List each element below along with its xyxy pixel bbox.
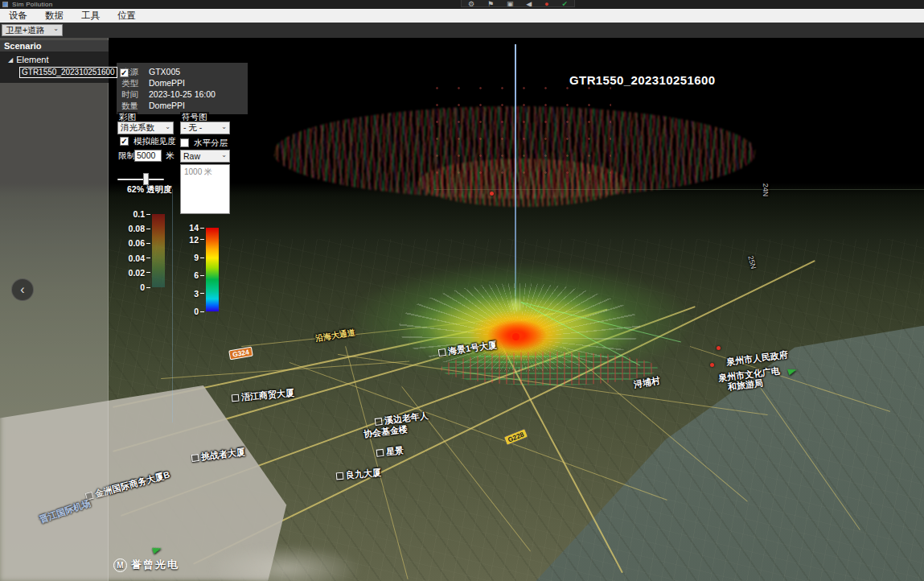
map-label-road: 沿海大通道 bbox=[315, 332, 355, 340]
speaker-icon[interactable]: ◀ bbox=[526, 0, 532, 7]
limit-input[interactable]: 5000 bbox=[134, 150, 162, 162]
app-window: GTR1550_202310251600 海景1号大厦泉州市人民政府泉州市文化广… bbox=[0, 0, 924, 581]
map-type-value: 卫星+道路 bbox=[6, 25, 44, 36]
symbol-value: - 无 - bbox=[183, 122, 202, 134]
graticule-line bbox=[172, 189, 173, 422]
scenario-tree: ◢ Element GTR1550_202310251600 ✓ bbox=[0, 52, 109, 83]
brand-logo: M 誉曾光电 bbox=[113, 558, 179, 572]
colormap-value: 消光系数 bbox=[121, 122, 154, 134]
map-type-select[interactable]: 卫星+道路 ⌄ bbox=[2, 24, 63, 36]
menu-item-3[interactable]: 工具 bbox=[72, 10, 109, 22]
map-toolbar: 卫星+道路 ⌄ bbox=[0, 23, 924, 38]
raw-dropdown[interactable]: Raw ⌄ bbox=[180, 150, 230, 163]
flag-icon[interactable]: ⚑ bbox=[487, 0, 494, 7]
opacity-label: 62% 透明度 bbox=[127, 184, 171, 196]
info-value: DomePPI bbox=[149, 77, 185, 89]
scenario-header: Scenario bbox=[0, 40, 109, 52]
colorbar-tick: 0.08 bbox=[129, 224, 150, 233]
cloud-haze-small bbox=[209, 545, 362, 581]
element-visibility-checkbox[interactable]: ✓ bbox=[120, 68, 129, 77]
scenario-panel: Scenario ◢ Element GTR1550_202310251600 … bbox=[0, 40, 109, 83]
colorbar-tick: 0.04 bbox=[129, 253, 150, 263]
colorbar-extinction: 0.10.080.060.040.020 bbox=[152, 214, 165, 287]
gear-icon[interactable]: ⚙ bbox=[468, 0, 474, 7]
poi-red-dot bbox=[717, 346, 721, 350]
app-icon bbox=[2, 2, 8, 7]
poi-red-dot bbox=[490, 192, 494, 196]
horizontal-layer-checkbox[interactable] bbox=[180, 138, 189, 147]
info-row: 来源GTX005 bbox=[121, 66, 243, 77]
menu-item-2[interactable]: 数据 bbox=[36, 10, 72, 22]
layer-listbox[interactable]: 1000 米 bbox=[180, 164, 230, 214]
symbol-dropdown[interactable]: - 无 - ⌄ bbox=[180, 122, 230, 134]
info-value: 2023-10-25 16:00 bbox=[149, 89, 216, 100]
opacity-slider-handle[interactable] bbox=[143, 173, 149, 185]
info-label: 时间 bbox=[121, 89, 142, 100]
chevron-down-icon: ⌄ bbox=[165, 123, 170, 130]
limit-unit: 米 bbox=[164, 150, 176, 161]
brand-logo-icon: M bbox=[113, 558, 127, 572]
colorbar-tick: 12 bbox=[189, 235, 204, 245]
map-label-text: 24N bbox=[762, 183, 770, 197]
colormap-dropdown[interactable]: 消光系数 ⌄ bbox=[117, 122, 174, 134]
colorbar-extinction-gradient bbox=[152, 214, 165, 287]
layer-list-item[interactable]: 1000 米 bbox=[181, 165, 229, 179]
tree-node-element[interactable]: ◢ Element bbox=[0, 54, 109, 66]
status-check-icon[interactable]: ✔ bbox=[561, 0, 568, 7]
radar-site-dot bbox=[512, 333, 519, 340]
opacity-slider[interactable] bbox=[117, 179, 164, 180]
record-icon[interactable]: ● bbox=[544, 0, 548, 7]
graticule-label: 24N bbox=[762, 183, 770, 197]
map-label-text: 星景 bbox=[385, 444, 404, 458]
colorbar-tick: 3 bbox=[194, 289, 204, 299]
tree-expand-icon[interactable]: ◢ bbox=[8, 56, 13, 64]
opacity-text: 透明度 bbox=[146, 184, 172, 194]
building-icon bbox=[232, 394, 240, 402]
colorbar-tick: 9 bbox=[194, 253, 204, 262]
floating-toolbar: ⚙⚑▣◀●✔ bbox=[461, 0, 575, 7]
sim-visibility-row: ✓ 模拟能见度 bbox=[120, 136, 178, 146]
map-viewport[interactable]: GTR1550_202310251600 海景1号大厦泉州市人民政府泉州市文化广… bbox=[0, 38, 924, 581]
map-scan-title: GTR1550_202310251600 bbox=[569, 73, 715, 87]
horizontal-layer-row: 水平分层 bbox=[180, 138, 229, 148]
menu-bar: 设备数据工具位置 bbox=[0, 9, 924, 23]
opacity-percent: 62% bbox=[127, 184, 144, 194]
colorbar-tick: 0.06 bbox=[129, 238, 150, 248]
tree-node-label: Element bbox=[16, 55, 48, 64]
tree-item-scan[interactable]: GTR1550_202310251600 ✓ bbox=[19, 67, 107, 78]
info-value: GTX005 bbox=[149, 66, 180, 77]
chevron-down-icon: ⌄ bbox=[221, 151, 227, 159]
aerosol-ring-dense bbox=[418, 159, 627, 207]
brand-name: 誉曾光电 bbox=[131, 558, 179, 572]
info-row: 时间2023-10-25 16:00 bbox=[121, 89, 243, 100]
app-title: Sim Pollution bbox=[12, 1, 53, 8]
tree-item-label: GTR1550_202310251600 bbox=[19, 67, 117, 78]
save-icon[interactable]: ▣ bbox=[507, 0, 514, 7]
colorbar-tick: 0 bbox=[140, 282, 150, 292]
menu-item-1[interactable]: 设备 bbox=[0, 10, 36, 22]
chevron-down-icon: ⌄ bbox=[53, 25, 59, 32]
colorbar-symbol: 14129630 bbox=[206, 228, 219, 311]
sim-visibility-label: 模拟能见度 bbox=[132, 136, 178, 146]
colorbar-tick: 6 bbox=[194, 270, 204, 280]
colorbar-tick: 0.1 bbox=[133, 209, 150, 219]
sim-visibility-checkbox[interactable]: ✓ bbox=[120, 137, 129, 146]
map-label-text: G324 bbox=[232, 348, 249, 358]
colorbar-tick: 0.02 bbox=[129, 268, 150, 278]
building-icon bbox=[376, 449, 384, 457]
chevron-down-icon: ⌄ bbox=[221, 123, 227, 130]
building-icon bbox=[375, 418, 383, 426]
poi-red-dot bbox=[710, 363, 714, 367]
sidebar-collapse-button[interactable]: ‹ bbox=[11, 278, 34, 301]
info-label: 数量 bbox=[121, 100, 142, 111]
raw-value: Raw bbox=[183, 151, 200, 161]
sidebar-panel bbox=[0, 38, 109, 581]
colorbar-symbol-gradient bbox=[206, 228, 219, 311]
colorbar-tick: 14 bbox=[189, 223, 204, 233]
info-value: DomePPI bbox=[149, 100, 185, 111]
colorbar-tick: 0 bbox=[194, 307, 204, 316]
building-icon bbox=[336, 472, 344, 480]
building-icon bbox=[438, 348, 446, 356]
menu-item-4[interactable]: 位置 bbox=[109, 10, 145, 22]
horizontal-layer-label: 水平分层 bbox=[192, 138, 229, 148]
